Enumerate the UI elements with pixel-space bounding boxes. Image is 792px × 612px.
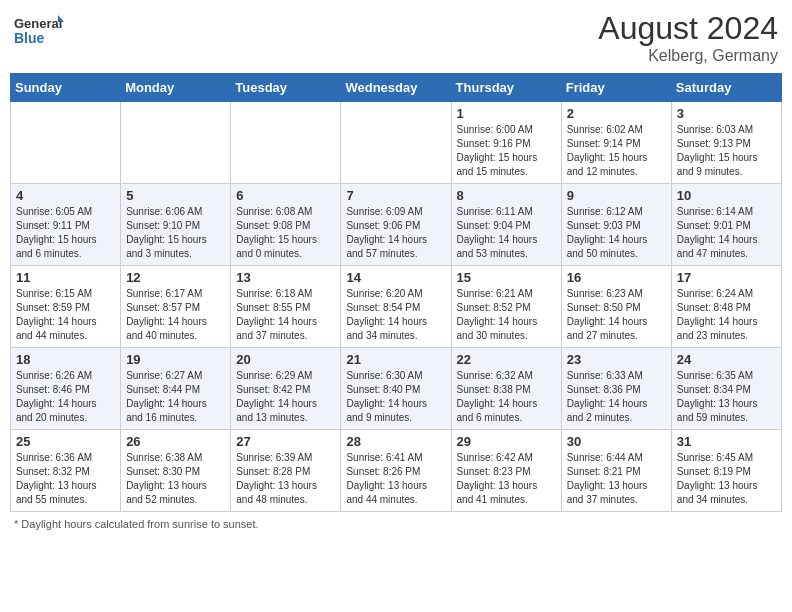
- calendar-cell: 14 Sunrise: 6:20 AM Sunset: 8:54 PM Dayl…: [341, 266, 451, 348]
- col-header-thursday: Thursday: [451, 74, 561, 102]
- day-number: 18: [16, 352, 115, 367]
- day-number: 17: [677, 270, 776, 285]
- logo: General Blue: [14, 10, 64, 50]
- calendar-cell: 4 Sunrise: 6:05 AM Sunset: 9:11 PM Dayli…: [11, 184, 121, 266]
- day-info: Sunrise: 6:00 AM Sunset: 9:16 PM Dayligh…: [457, 123, 556, 179]
- calendar-cell: 3 Sunrise: 6:03 AM Sunset: 9:13 PM Dayli…: [671, 102, 781, 184]
- day-number: 28: [346, 434, 445, 449]
- calendar-cell: 28 Sunrise: 6:41 AM Sunset: 8:26 PM Dayl…: [341, 430, 451, 512]
- calendar-cell: 19 Sunrise: 6:27 AM Sunset: 8:44 PM Dayl…: [121, 348, 231, 430]
- calendar-cell: 1 Sunrise: 6:00 AM Sunset: 9:16 PM Dayli…: [451, 102, 561, 184]
- month-year: August 2024: [598, 10, 778, 47]
- week-row-4: 18 Sunrise: 6:26 AM Sunset: 8:46 PM Dayl…: [11, 348, 782, 430]
- col-header-monday: Monday: [121, 74, 231, 102]
- day-info: Sunrise: 6:32 AM Sunset: 8:38 PM Dayligh…: [457, 369, 556, 425]
- day-number: 25: [16, 434, 115, 449]
- calendar-cell: 31 Sunrise: 6:45 AM Sunset: 8:19 PM Dayl…: [671, 430, 781, 512]
- header-row: SundayMondayTuesdayWednesdayThursdayFrid…: [11, 74, 782, 102]
- title-block: August 2024 Kelberg, Germany: [598, 10, 778, 65]
- day-number: 15: [457, 270, 556, 285]
- day-info: Sunrise: 6:30 AM Sunset: 8:40 PM Dayligh…: [346, 369, 445, 425]
- day-number: 6: [236, 188, 335, 203]
- day-number: 3: [677, 106, 776, 121]
- calendar-cell: [121, 102, 231, 184]
- week-row-2: 4 Sunrise: 6:05 AM Sunset: 9:11 PM Dayli…: [11, 184, 782, 266]
- calendar-cell: 11 Sunrise: 6:15 AM Sunset: 8:59 PM Dayl…: [11, 266, 121, 348]
- day-number: 7: [346, 188, 445, 203]
- calendar-cell: 27 Sunrise: 6:39 AM Sunset: 8:28 PM Dayl…: [231, 430, 341, 512]
- svg-text:Blue: Blue: [14, 30, 45, 46]
- day-info: Sunrise: 6:08 AM Sunset: 9:08 PM Dayligh…: [236, 205, 335, 261]
- day-number: 5: [126, 188, 225, 203]
- week-row-1: 1 Sunrise: 6:00 AM Sunset: 9:16 PM Dayli…: [11, 102, 782, 184]
- calendar-cell: [11, 102, 121, 184]
- day-number: 24: [677, 352, 776, 367]
- day-number: 27: [236, 434, 335, 449]
- col-header-tuesday: Tuesday: [231, 74, 341, 102]
- footer-note: * Daylight hours calculated from sunrise…: [10, 518, 782, 530]
- calendar-cell: 8 Sunrise: 6:11 AM Sunset: 9:04 PM Dayli…: [451, 184, 561, 266]
- calendar-cell: [231, 102, 341, 184]
- calendar-cell: 7 Sunrise: 6:09 AM Sunset: 9:06 PM Dayli…: [341, 184, 451, 266]
- day-info: Sunrise: 6:29 AM Sunset: 8:42 PM Dayligh…: [236, 369, 335, 425]
- day-info: Sunrise: 6:36 AM Sunset: 8:32 PM Dayligh…: [16, 451, 115, 507]
- day-info: Sunrise: 6:06 AM Sunset: 9:10 PM Dayligh…: [126, 205, 225, 261]
- day-info: Sunrise: 6:05 AM Sunset: 9:11 PM Dayligh…: [16, 205, 115, 261]
- calendar-cell: 2 Sunrise: 6:02 AM Sunset: 9:14 PM Dayli…: [561, 102, 671, 184]
- calendar-cell: 9 Sunrise: 6:12 AM Sunset: 9:03 PM Dayli…: [561, 184, 671, 266]
- day-info: Sunrise: 6:42 AM Sunset: 8:23 PM Dayligh…: [457, 451, 556, 507]
- col-header-friday: Friday: [561, 74, 671, 102]
- week-row-3: 11 Sunrise: 6:15 AM Sunset: 8:59 PM Dayl…: [11, 266, 782, 348]
- day-number: 26: [126, 434, 225, 449]
- day-info: Sunrise: 6:15 AM Sunset: 8:59 PM Dayligh…: [16, 287, 115, 343]
- day-info: Sunrise: 6:14 AM Sunset: 9:01 PM Dayligh…: [677, 205, 776, 261]
- calendar-cell: 17 Sunrise: 6:24 AM Sunset: 8:48 PM Dayl…: [671, 266, 781, 348]
- day-info: Sunrise: 6:11 AM Sunset: 9:04 PM Dayligh…: [457, 205, 556, 261]
- day-number: 16: [567, 270, 666, 285]
- col-header-wednesday: Wednesday: [341, 74, 451, 102]
- calendar-cell: 10 Sunrise: 6:14 AM Sunset: 9:01 PM Dayl…: [671, 184, 781, 266]
- day-info: Sunrise: 6:18 AM Sunset: 8:55 PM Dayligh…: [236, 287, 335, 343]
- calendar-cell: 6 Sunrise: 6:08 AM Sunset: 9:08 PM Dayli…: [231, 184, 341, 266]
- calendar-cell: 29 Sunrise: 6:42 AM Sunset: 8:23 PM Dayl…: [451, 430, 561, 512]
- calendar-table: SundayMondayTuesdayWednesdayThursdayFrid…: [10, 73, 782, 512]
- calendar-cell: 24 Sunrise: 6:35 AM Sunset: 8:34 PM Dayl…: [671, 348, 781, 430]
- day-number: 20: [236, 352, 335, 367]
- day-number: 21: [346, 352, 445, 367]
- day-info: Sunrise: 6:38 AM Sunset: 8:30 PM Dayligh…: [126, 451, 225, 507]
- day-info: Sunrise: 6:03 AM Sunset: 9:13 PM Dayligh…: [677, 123, 776, 179]
- calendar-cell: 25 Sunrise: 6:36 AM Sunset: 8:32 PM Dayl…: [11, 430, 121, 512]
- day-info: Sunrise: 6:09 AM Sunset: 9:06 PM Dayligh…: [346, 205, 445, 261]
- day-number: 4: [16, 188, 115, 203]
- week-row-5: 25 Sunrise: 6:36 AM Sunset: 8:32 PM Dayl…: [11, 430, 782, 512]
- page-header: General Blue August 2024 Kelberg, German…: [10, 10, 782, 65]
- calendar-cell: 5 Sunrise: 6:06 AM Sunset: 9:10 PM Dayli…: [121, 184, 231, 266]
- calendar-cell: 20 Sunrise: 6:29 AM Sunset: 8:42 PM Dayl…: [231, 348, 341, 430]
- calendar-cell: 18 Sunrise: 6:26 AM Sunset: 8:46 PM Dayl…: [11, 348, 121, 430]
- col-header-saturday: Saturday: [671, 74, 781, 102]
- day-info: Sunrise: 6:21 AM Sunset: 8:52 PM Dayligh…: [457, 287, 556, 343]
- calendar-cell: 12 Sunrise: 6:17 AM Sunset: 8:57 PM Dayl…: [121, 266, 231, 348]
- location: Kelberg, Germany: [598, 47, 778, 65]
- logo-svg: General Blue: [14, 10, 64, 50]
- day-number: 23: [567, 352, 666, 367]
- day-number: 30: [567, 434, 666, 449]
- calendar-cell: 16 Sunrise: 6:23 AM Sunset: 8:50 PM Dayl…: [561, 266, 671, 348]
- day-number: 13: [236, 270, 335, 285]
- calendar-cell: 22 Sunrise: 6:32 AM Sunset: 8:38 PM Dayl…: [451, 348, 561, 430]
- day-info: Sunrise: 6:24 AM Sunset: 8:48 PM Dayligh…: [677, 287, 776, 343]
- day-number: 19: [126, 352, 225, 367]
- day-info: Sunrise: 6:20 AM Sunset: 8:54 PM Dayligh…: [346, 287, 445, 343]
- day-info: Sunrise: 6:33 AM Sunset: 8:36 PM Dayligh…: [567, 369, 666, 425]
- day-info: Sunrise: 6:45 AM Sunset: 8:19 PM Dayligh…: [677, 451, 776, 507]
- day-number: 29: [457, 434, 556, 449]
- calendar-cell: 30 Sunrise: 6:44 AM Sunset: 8:21 PM Dayl…: [561, 430, 671, 512]
- calendar-cell: 15 Sunrise: 6:21 AM Sunset: 8:52 PM Dayl…: [451, 266, 561, 348]
- day-info: Sunrise: 6:39 AM Sunset: 8:28 PM Dayligh…: [236, 451, 335, 507]
- col-header-sunday: Sunday: [11, 74, 121, 102]
- day-number: 1: [457, 106, 556, 121]
- calendar-cell: 26 Sunrise: 6:38 AM Sunset: 8:30 PM Dayl…: [121, 430, 231, 512]
- day-info: Sunrise: 6:35 AM Sunset: 8:34 PM Dayligh…: [677, 369, 776, 425]
- day-info: Sunrise: 6:44 AM Sunset: 8:21 PM Dayligh…: [567, 451, 666, 507]
- day-info: Sunrise: 6:41 AM Sunset: 8:26 PM Dayligh…: [346, 451, 445, 507]
